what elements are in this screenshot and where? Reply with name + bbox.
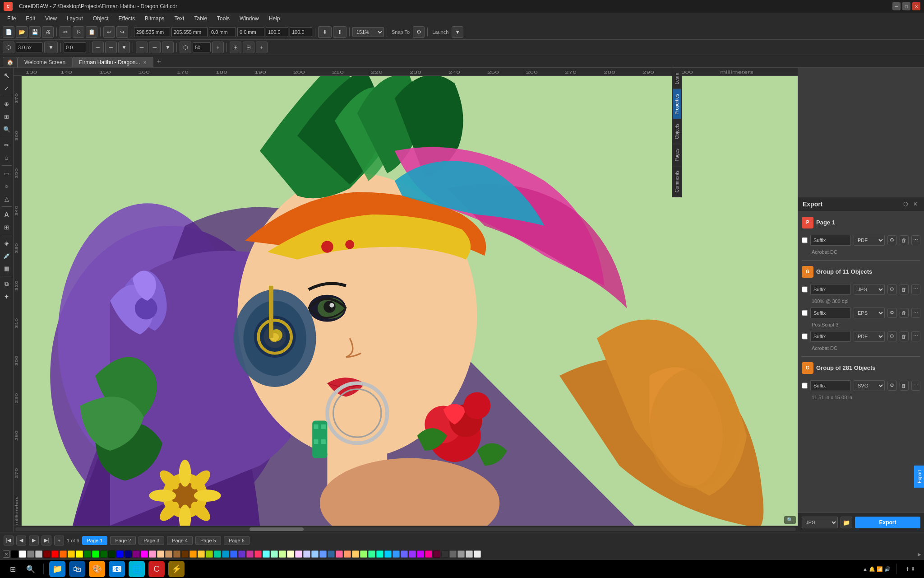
color-swatch-23[interactable] — [198, 550, 205, 558]
menu-window[interactable]: Window — [235, 14, 263, 23]
scrollbar-thumb[interactable] — [249, 527, 304, 531]
tb2-extra1[interactable]: ⊞ — [230, 42, 241, 53]
taskbar-start[interactable]: ⊞ — [5, 562, 20, 576]
blend-tool[interactable]: ⧉ — [1, 278, 13, 290]
add-tab-button[interactable]: + — [153, 56, 165, 67]
h-input[interactable] — [237, 27, 264, 37]
export-more-group11-pdf[interactable]: ⋯ — [911, 331, 920, 341]
color-swatch-32[interactable] — [271, 550, 278, 558]
export-suffix-group281-svg[interactable] — [810, 380, 851, 391]
color-swatch-49[interactable] — [409, 550, 416, 558]
color-swatch-17[interactable] — [149, 550, 156, 558]
color-swatch-19[interactable] — [165, 550, 172, 558]
menu-file[interactable]: File — [3, 14, 20, 23]
taskbar-app-mail[interactable]: 📧 — [109, 561, 125, 577]
export-more-group11-eps[interactable]: ⋯ — [911, 308, 920, 318]
export-folder-button[interactable]: 📁 — [841, 517, 852, 528]
menu-bitmaps[interactable]: Bitmaps — [140, 14, 169, 23]
taskbar-app-explorer[interactable]: 📁 — [49, 561, 65, 577]
color-swatch-27[interactable] — [230, 550, 237, 558]
no-color-swatch[interactable]: ✕ — [3, 550, 10, 558]
interactive-fill[interactable]: ▦ — [1, 262, 13, 274]
w2-input[interactable] — [266, 27, 288, 37]
arrow-left[interactable]: ⬡ — [180, 42, 191, 53]
table-tool[interactable]: ⊞ — [1, 221, 13, 233]
export-format-group11-eps[interactable]: EPS JPG PDF PNG SVG — [854, 308, 885, 318]
stroke-dropdown[interactable]: ▼ — [44, 42, 58, 53]
export-button-main[interactable]: Export — [855, 517, 920, 528]
export-checkbox-page1-pdf[interactable] — [802, 237, 808, 243]
color-swatch-50[interactable] — [417, 550, 424, 558]
zoom-select[interactable]: 151% — [352, 27, 384, 37]
page-next[interactable]: ▶ — [29, 536, 39, 545]
tb2-btn3[interactable]: ─ — [136, 42, 148, 53]
tool-stroke[interactable]: ⬡ — [3, 42, 14, 53]
export-delete-group11-pdf[interactable]: 🗑 — [900, 331, 909, 341]
export-checkbox-group11-eps[interactable] — [802, 310, 808, 316]
side-tab-pages[interactable]: Pages — [673, 144, 681, 166]
page-btn-1[interactable]: Page 1 — [82, 536, 108, 545]
new-button[interactable]: 📄 — [3, 26, 14, 38]
launch-btn[interactable]: ▼ — [452, 26, 463, 38]
color-swatch-1[interactable] — [19, 550, 26, 558]
export-format-page1-pdf[interactable]: PDF JPG PNG SVG EPS — [854, 235, 885, 246]
y-input[interactable] — [171, 27, 208, 37]
color-swatch-13[interactable] — [116, 550, 124, 558]
color-swatch-30[interactable] — [254, 550, 262, 558]
color-swatch-3[interactable] — [35, 550, 42, 558]
menu-layout[interactable]: Layout — [62, 14, 88, 23]
color-swatch-42[interactable] — [352, 550, 359, 558]
page-btn-3[interactable]: Page 3 — [139, 536, 164, 545]
export-format-group11-pdf[interactable]: PDF JPG PNG SVG EPS — [854, 331, 885, 342]
document-tab[interactable]: Firman Hatibu - Dragon... ✕ — [72, 57, 153, 67]
color-swatch-20[interactable] — [173, 550, 180, 558]
color-swatch-40[interactable] — [336, 550, 343, 558]
tb2-extra2[interactable]: ⊟ — [243, 42, 254, 53]
color-swatch-47[interactable] — [393, 550, 400, 558]
color-swatch-57[interactable] — [474, 550, 481, 558]
copy-button[interactable]: ⎘ — [73, 26, 84, 38]
scrollbar-track[interactable] — [15, 527, 796, 531]
taskbar-search[interactable]: 🔍 — [23, 562, 38, 576]
tb2-btn2[interactable]: ─ — [105, 42, 117, 53]
curve-tool[interactable]: ✏ — [1, 139, 13, 151]
smart-tool[interactable]: ⌂ — [1, 152, 13, 163]
cut-button[interactable]: ✂ — [60, 26, 71, 38]
color-swatch-54[interactable] — [449, 550, 457, 558]
page-btn-6[interactable]: Page 6 — [224, 536, 249, 545]
tb2-dropdown1[interactable]: ▼ — [118, 42, 130, 53]
menu-object[interactable]: Object — [88, 14, 113, 23]
color-swatch-38[interactable] — [319, 550, 327, 558]
eyedropper-tool[interactable]: 💉 — [1, 250, 13, 261]
color-swatch-52[interactable] — [433, 550, 440, 558]
export-format-group281-svg[interactable]: SVG JPG PDF PNG EPS — [854, 380, 885, 391]
export-delete-page1-pdf[interactable]: 🗑 — [900, 235, 909, 245]
color-swatch-22[interactable] — [189, 550, 197, 558]
export-settings-group11-jpg[interactable]: ⚙ — [887, 284, 896, 294]
color-swatch-9[interactable] — [84, 550, 91, 558]
export-button[interactable]: ⬆ — [333, 26, 346, 38]
page-add[interactable]: + — [54, 536, 64, 545]
ellipse-tool[interactable]: ○ — [1, 180, 13, 192]
color-swatch-39[interactable] — [328, 550, 335, 558]
export-expand[interactable]: ⬡ — [901, 200, 910, 208]
export-suffix-group11-pdf[interactable] — [810, 331, 851, 342]
color-swatch-45[interactable] — [376, 550, 383, 558]
color-swatch-7[interactable] — [68, 550, 75, 558]
color-swatch-53[interactable] — [441, 550, 448, 558]
color-swatch-56[interactable] — [466, 550, 473, 558]
angle-input[interactable] — [64, 42, 86, 52]
export-settings-page1-pdf[interactable]: ⚙ — [887, 235, 896, 245]
tb2-dropdown2[interactable]: ▼ — [162, 42, 174, 53]
w-input[interactable] — [209, 27, 236, 37]
side-tab-learn[interactable]: Learn — [673, 68, 681, 89]
color-swatch-15[interactable] — [133, 550, 140, 558]
page-last[interactable]: ▶| — [42, 536, 51, 545]
polygon-tool[interactable]: △ — [1, 193, 13, 205]
page-btn-5[interactable]: Page 5 — [195, 536, 221, 545]
color-swatch-14[interactable] — [125, 550, 132, 558]
menu-tools[interactable]: Tools — [213, 14, 234, 23]
tb2-extra3[interactable]: + — [256, 42, 268, 53]
color-swatch-21[interactable] — [181, 550, 189, 558]
export-suffix-page1-pdf[interactable] — [810, 235, 851, 246]
